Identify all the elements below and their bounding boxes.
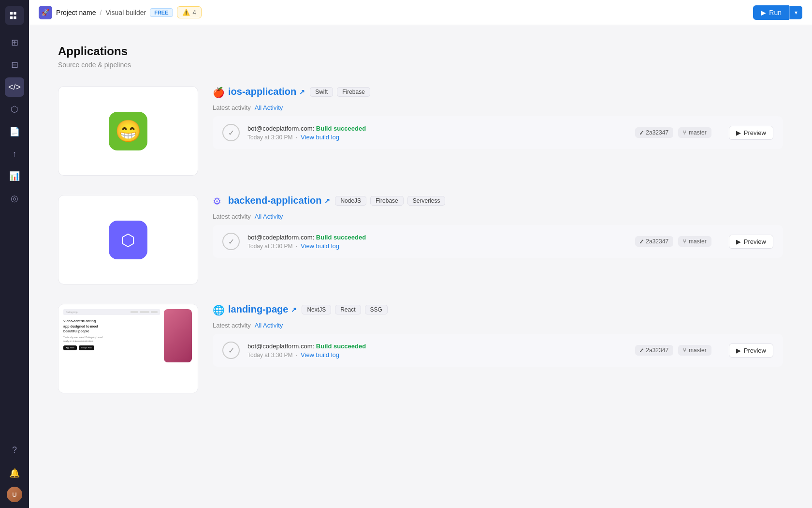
topbar-project-name: Project name [56,9,96,16]
preview-icon-ios: ▶ [736,129,741,136]
bell-icon[interactable]: 🔔 [5,463,24,483]
tag-firebase: Firebase [337,87,370,97]
landing-thumb-preview: Dating App Video-centric datingapp desig… [58,304,198,393]
app-info-backend: ⚙ backend-application ↗ NodeJS Firebase … [213,195,783,258]
run-button[interactable]: ▶ Run [753,5,789,20]
branch-chip-landing: ⑂ master [678,345,711,356]
settings-icon-backend: ⚙ [213,195,223,206]
topbar-visual-builder: Visual builder [105,9,146,16]
code-icon[interactable]: </> [5,77,24,97]
view-build-log-ios[interactable]: View build log [301,134,339,141]
tag-ssg: SSG [365,305,388,314]
build-check-landing: ✓ [222,342,240,359]
build-card-landing: ✓ bot@codeplatform.com: Build succeeded … [213,334,783,367]
sidebar-logo[interactable] [5,6,24,25]
app-thumbnail-landing: Dating App Video-centric datingapp desig… [58,304,198,393]
svg-rect-0 [10,12,13,15]
app-header-backend: ⚙ backend-application ↗ NodeJS Firebase … [213,195,783,206]
tag-react: React [335,305,361,314]
app-name-ios[interactable]: ios-application ↗ [228,86,305,97]
components-icon[interactable]: ⬡ [5,100,24,119]
svg-rect-2 [10,16,13,19]
preview-icon-backend: ▶ [736,238,741,245]
app-name-landing[interactable]: landing-page ↗ [228,304,297,315]
app-row-landing: Dating App Video-centric datingapp desig… [58,304,783,393]
app-info-ios: 🍎 ios-application ↗ Swift Firebase Lates… [213,86,783,149]
build-card-ios: ✓ bot@codeplatform.com: Build succeeded … [213,116,783,149]
tags-ios: Swift Firebase [310,87,370,97]
topbar-separator: / [100,9,102,16]
tag-nextjs: NextJS [302,305,331,314]
tag-firebase-backend: Firebase [370,196,404,206]
build-meta-backend: ⑇ 2a32347 ⑂ master [635,236,711,247]
branch-icon-backend: ⑂ [683,238,686,245]
app-thumbnail-ios: 😁 [58,86,198,176]
preview-button-ios[interactable]: ▶ Preview [729,126,773,140]
monitor-icon[interactable]: ◎ [5,189,24,208]
external-link-icon-ios: ↗ [299,88,305,96]
app-thumbnail-backend: ⬡ [58,195,198,284]
build-meta-ios: ⑇ 2a32347 ⑂ master [635,127,711,138]
sidebar: ⊞ ⊟ </> ⬡ 📄 ↑ 📊 ◎ ? 🔔 U [0,0,29,508]
app-row-ios: 😁 🍎 ios-application ↗ Swift Firebase Lat… [58,86,783,176]
page-subtitle: Source code & pipelines [58,61,783,69]
tags-landing: NextJS React SSG [302,305,387,314]
build-info-landing: bot@codeplatform.com: Build succeeded To… [247,343,627,359]
tag-serverless: Serverless [407,196,446,206]
database-icon[interactable]: ⊟ [5,55,24,75]
tag-swift: Swift [310,87,333,97]
svg-rect-3 [14,16,16,19]
build-title-landing: bot@codeplatform.com: Build succeeded [247,343,627,350]
free-badge: FREE [150,8,173,17]
preview-button-backend[interactable]: ▶ Preview [729,235,773,249]
run-button-group: ▶ Run ▾ [753,5,802,20]
app-name-backend[interactable]: backend-application ↗ [228,195,330,206]
deploy-icon[interactable]: ↑ [5,144,24,164]
preview-button-landing[interactable]: ▶ Preview [729,344,773,358]
build-check-backend: ✓ [222,233,240,250]
warning-badge[interactable]: ⚠️ 4 [177,6,202,18]
commit-icon-landing: ⑇ [640,347,643,354]
svg-rect-1 [14,12,16,15]
app-info-landing: 🌐 landing-page ↗ NextJS React SSG Latest… [213,304,783,367]
avatar[interactable]: U [7,487,22,502]
run-dropdown-button[interactable]: ▾ [789,6,802,19]
help-icon[interactable]: ? [5,440,24,460]
analytics-icon[interactable]: 📊 [5,166,24,186]
commit-icon-ios: ⑇ [640,129,643,136]
activity-label-backend: Latest activity All Activity [213,213,783,220]
all-activity-link-ios[interactable]: All Activity [255,104,283,111]
topbar-project-icon: 🚀 [39,6,52,19]
preview-icon-landing: ▶ [736,347,741,354]
branch-chip-backend: ⑂ master [678,236,711,247]
build-time-backend: Today at 3:30 PM · View build log [247,242,627,250]
commit-chip-landing: ⑇ 2a32347 [635,345,673,356]
external-link-icon-backend: ↗ [324,197,330,205]
build-card-backend: ✓ bot@codeplatform.com: Build succeeded … [213,225,783,258]
app-header-landing: 🌐 landing-page ↗ NextJS React SSG [213,304,783,315]
app-hex-backend: ⬡ [109,221,147,259]
build-info-backend: bot@codeplatform.com: Build succeeded To… [247,234,627,250]
main-content: Applications Source code & pipelines 😁 🍎… [29,25,812,508]
layers-icon[interactable]: ⊞ [5,33,24,52]
branch-icon-ios: ⑂ [683,129,686,136]
apple-icon: 🍎 [213,87,223,97]
build-meta-landing: ⑇ 2a32347 ⑂ master [635,345,711,356]
app-row-backend: ⬡ ⚙ backend-application ↗ NodeJS Firebas… [58,195,783,284]
build-info-ios: bot@codeplatform.com: Build succeeded To… [247,125,627,141]
topbar-project: 🚀 Project name / Visual builder FREE ⚠️ … [39,6,747,19]
build-check-ios: ✓ [222,124,240,141]
view-build-log-landing[interactable]: View build log [301,351,339,359]
all-activity-link-landing[interactable]: All Activity [255,322,283,329]
globe-icon-landing: 🌐 [213,304,223,315]
tag-nodejs: NodeJS [335,196,366,206]
view-build-log-backend[interactable]: View build log [301,242,339,250]
build-time-landing: Today at 3:30 PM · View build log [247,351,627,359]
all-activity-link-backend[interactable]: All Activity [255,213,283,220]
topbar: 🚀 Project name / Visual builder FREE ⚠️ … [29,0,812,25]
external-link-icon-landing: ↗ [291,306,297,314]
app-header-ios: 🍎 ios-application ↗ Swift Firebase [213,86,783,97]
docs-icon[interactable]: 📄 [5,122,24,141]
commit-icon-backend: ⑇ [640,238,643,245]
tags-backend: NodeJS Firebase Serverless [335,196,445,206]
